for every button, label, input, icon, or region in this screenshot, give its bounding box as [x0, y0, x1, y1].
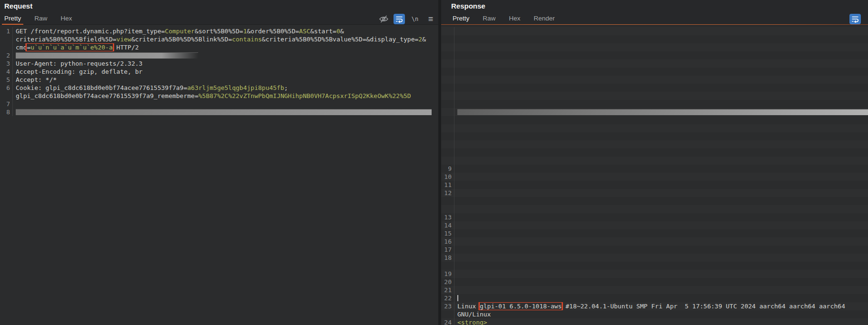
line-number — [441, 43, 454, 51]
code-row — [441, 197, 868, 205]
code-line — [454, 278, 868, 286]
code-row — [441, 59, 868, 68]
code-line — [454, 124, 868, 132]
code-segment: GET /front/report.dynamic.php?item_type= — [16, 28, 165, 35]
code-row: criteria%5B0%5D%5Bfield%5D=view&criteria… — [0, 35, 438, 43]
code-segment: u`u`n`u`a`u`m`u`e%20-a — [30, 44, 112, 51]
response-tab-render[interactable]: Render — [534, 15, 555, 24]
text-cursor — [457, 295, 458, 301]
code-segment: &criteria%5B0%5D%5Bvalue%5D=&display_typ… — [262, 36, 419, 43]
code-segment: #18~22.04.1-Ubuntu SMP Fri Apr 5 17:56:3… — [562, 303, 845, 310]
request-tab-raw[interactable]: Raw — [34, 15, 47, 24]
line-number: 24 — [441, 318, 454, 325]
code-segment: &sort%5B0%5D= — [195, 28, 243, 35]
code-line: glpi_c8dc618bd0e0bf74acee77615539f7a9_re… — [13, 92, 438, 100]
code-row — [441, 132, 868, 140]
newline-display-icon[interactable]: \n — [409, 14, 421, 24]
request-tab-hex[interactable]: Hex — [61, 15, 72, 24]
annotation-box: =u`u`n`u`a`u`m`u`e%20-a — [27, 44, 112, 51]
code-segment: criteria%5B0%5D%5Bfield%5D= — [16, 36, 116, 43]
response-tab-raw[interactable]: Raw — [483, 15, 495, 24]
code-row — [441, 262, 868, 270]
code-line — [454, 254, 868, 262]
menu-icon[interactable]: ≡ — [425, 14, 436, 24]
request-panel-title: Request — [0, 0, 438, 13]
code-row: cmd=u`u`n`u`a`u`m`u`e%20-a HTTP/2 — [0, 43, 438, 51]
code-line — [454, 43, 868, 51]
code-row — [441, 84, 868, 92]
request-editor-toolbar: \n ≡ — [378, 14, 436, 24]
code-row — [441, 140, 868, 148]
code-line: GNU/Linux — [454, 310, 868, 318]
code-line — [454, 132, 868, 140]
code-row: 5Accept: */* — [0, 76, 438, 84]
line-number — [441, 140, 454, 148]
response-tabs: Pretty Raw Hex Render — [441, 13, 868, 25]
line-number: 3 — [0, 59, 13, 68]
code-segment: Computer — [165, 28, 195, 35]
line-number — [441, 51, 454, 59]
line-number: 8 — [0, 108, 13, 116]
line-number: 13 — [441, 213, 454, 221]
code-line — [454, 221, 868, 229]
code-row: 1GET /front/report.dynamic.php?item_type… — [0, 27, 438, 35]
code-row: 10 — [441, 173, 868, 181]
code-segment: Accept-Encoding: gzip, deflate, br — [16, 68, 142, 75]
word-wrap-icon[interactable] — [394, 14, 405, 24]
code-row — [441, 116, 868, 124]
request-panel: Request Pretty Raw Hex — [0, 0, 438, 325]
response-panel: Response Pretty Raw Hex Render 910111213… — [441, 0, 868, 325]
line-number: 18 — [441, 254, 454, 262]
code-row — [441, 27, 868, 35]
code-line — [454, 173, 868, 181]
redaction-bar — [457, 109, 868, 115]
response-editor[interactable]: 91011121314151617181920212223Linux glpi-… — [441, 25, 868, 325]
code-row: 20 — [441, 278, 868, 286]
request-editor[interactable]: 1GET /front/report.dynamic.php?item_type… — [0, 25, 438, 325]
line-number: 17 — [441, 246, 454, 254]
line-number — [441, 35, 454, 43]
line-number — [0, 92, 13, 100]
code-line — [454, 51, 868, 59]
line-number: 4 — [0, 68, 13, 76]
word-wrap-icon[interactable] — [849, 14, 861, 24]
response-panel-title: Response — [441, 0, 868, 13]
code-row: 19 — [441, 270, 868, 278]
code-segment: &order%5B0%5D= — [247, 28, 299, 35]
hide-matches-icon[interactable] — [378, 14, 389, 24]
code-row — [441, 124, 868, 132]
line-number: 10 — [441, 173, 454, 181]
code-line — [454, 197, 868, 205]
line-number — [441, 76, 454, 84]
code-row: 24<strong> — [441, 318, 868, 325]
line-number — [441, 148, 454, 157]
response-tab-pretty[interactable]: Pretty — [453, 15, 469, 24]
line-number — [0, 35, 13, 43]
code-line: Accept: */* — [13, 76, 438, 84]
code-line — [454, 108, 868, 116]
annotation-box: glpi-01 6.5.0-1018-aws — [480, 303, 562, 310]
code-row: GNU/Linux — [441, 310, 868, 318]
code-line — [454, 27, 868, 35]
code-line — [454, 229, 868, 237]
line-number — [441, 132, 454, 140]
code-line — [13, 100, 438, 108]
code-line — [454, 262, 868, 270]
code-row: 11 — [441, 181, 868, 189]
code-line — [454, 294, 868, 302]
line-number — [441, 205, 454, 213]
line-number — [441, 157, 454, 165]
code-row — [441, 148, 868, 157]
code-row: 16 — [441, 237, 868, 246]
code-line — [454, 76, 868, 84]
code-line: User-Agent: python-requests/2.32.3 — [13, 59, 438, 68]
line-number: 19 — [441, 270, 454, 278]
response-editor-toolbar — [849, 14, 861, 24]
response-tab-hex[interactable]: Hex — [509, 15, 520, 24]
redaction-bar — [16, 52, 198, 59]
code-row — [441, 76, 868, 84]
line-number: 7 — [0, 100, 13, 108]
line-number: 15 — [441, 229, 454, 237]
request-tab-pretty[interactable]: Pretty — [4, 15, 21, 24]
line-number: 22 — [441, 294, 454, 302]
